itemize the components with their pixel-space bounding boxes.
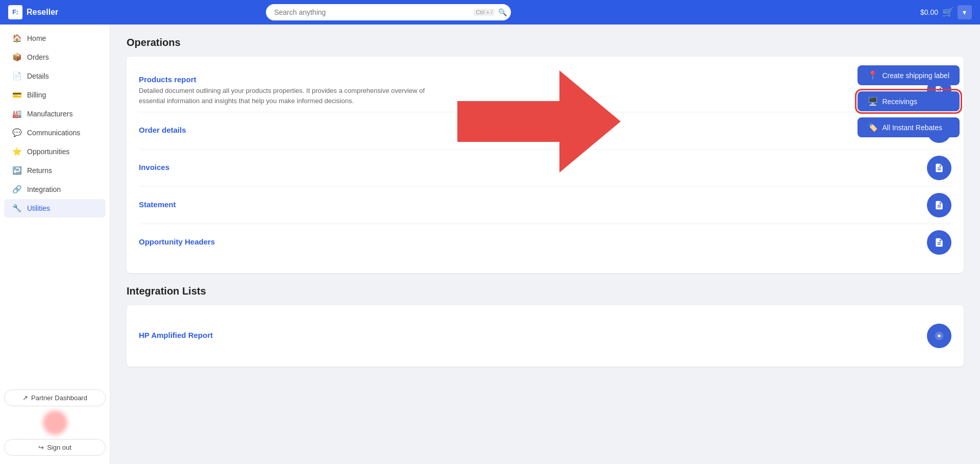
brand-logo: F: Reseller: [8, 5, 58, 19]
signout-icon: ↪: [38, 444, 44, 451]
sidebar-nav: 🏠 Home📦 Orders📄 Details💳 Billing🏭 Manufa…: [0, 29, 110, 218]
card-row-btn-invoices[interactable]: [927, 156, 951, 180]
sidebar-item-utilities[interactable]: 🔧 Utilities: [4, 199, 106, 217]
billing-icon: 💳: [12, 90, 22, 100]
card-row-title-products-report[interactable]: Products report: [139, 75, 919, 84]
card-row-invoices: Invoices: [139, 150, 951, 187]
sidebar-item-opportunities[interactable]: ⭐ Opportunities: [4, 142, 106, 161]
create-shipping-label: Create shipping label: [882, 71, 949, 80]
receivings-label: Receivings: [882, 97, 917, 106]
main-layout: 🏠 Home📦 Orders📄 Details💳 Billing🏭 Manufa…: [0, 25, 980, 464]
all-instant-rebates-button[interactable]: 🏷️ All Instant Rebates: [857, 117, 960, 137]
opportunities-icon: ⭐: [12, 147, 22, 156]
brand-icon: F:: [8, 5, 22, 19]
sidebar-item-label-manufacturers: Manufacturers: [27, 110, 72, 118]
card-row-info-statement: Statement: [139, 200, 919, 211]
sidebar-item-label-communications: Communications: [27, 129, 80, 137]
create-shipping-button[interactable]: 📍 Create shipping label: [857, 65, 960, 85]
right-panel: 📍 Create shipping label🖥️ Receivings🏷️ A…: [857, 65, 960, 137]
cart-icon[interactable]: 🛒: [942, 7, 953, 18]
card-row-info-opportunity-headers: Opportunity Headers: [139, 237, 919, 248]
search-icon[interactable]: 🔍: [498, 8, 507, 16]
sidebar-item-label-utilities: Utilities: [27, 204, 50, 212]
main-content: Operations Products report Detailed docu…: [110, 25, 980, 464]
card-row-opportunity-headers: Opportunity Headers: [139, 224, 951, 261]
sidebar-item-label-returns: Returns: [27, 166, 52, 175]
sidebar-bottom: ↗ Partner Dashboard ↪ Sign out: [0, 385, 110, 460]
card-row-info-hp-amplified: HP Amplified Report: [139, 331, 919, 341]
sidebar: 🏠 Home📦 Orders📄 Details💳 Billing🏭 Manufa…: [0, 25, 110, 464]
topnav-right: $0.00 🛒 ▾: [920, 5, 972, 19]
sidebar-item-billing[interactable]: 💳 Billing: [4, 86, 106, 104]
sidebar-item-label-opportunities: Opportunities: [27, 148, 69, 156]
utilities-icon: 🔧: [12, 204, 22, 213]
sidebar-item-details[interactable]: 📄 Details: [4, 67, 106, 85]
search-bar: Ctrl + / 🔍: [266, 4, 511, 20]
top-navigation: F: Reseller Ctrl + / 🔍 $0.00 🛒 ▾: [0, 0, 980, 25]
card-row-info-products-report: Products report Detailed document outlin…: [139, 75, 919, 106]
external-link-icon: ↗: [22, 394, 28, 402]
sign-out-button[interactable]: ↪ Sign out: [4, 439, 106, 456]
integration-card: HP Amplified Report: [127, 305, 964, 367]
card-row-btn-opportunity-headers[interactable]: [927, 230, 951, 255]
orders-icon: 📦: [12, 53, 22, 62]
card-row-btn-hp-amplified[interactable]: [927, 324, 951, 348]
manufacturers-icon: 🏭: [12, 109, 22, 118]
brand-name: Reseller: [27, 8, 58, 17]
all-instant-rebates-icon: 🏷️: [868, 123, 878, 132]
partner-dashboard-button[interactable]: ↗ Partner Dashboard: [4, 389, 106, 406]
card-row-hp-amplified: HP Amplified Report: [139, 318, 951, 354]
receivings-button[interactable]: 🖥️ Receivings: [857, 91, 960, 111]
operations-card: Products report Detailed document outlin…: [127, 57, 964, 273]
returns-icon: ↩️: [12, 166, 22, 175]
card-row-desc-products-report: Detailed document outlining all your pro…: [139, 86, 445, 106]
card-row-title-statement[interactable]: Statement: [139, 200, 919, 209]
sidebar-item-orders[interactable]: 📦 Orders: [4, 48, 106, 66]
card-row-title-opportunity-headers[interactable]: Opportunity Headers: [139, 237, 919, 246]
card-row-info-invoices: Invoices: [139, 163, 919, 174]
sidebar-item-label-orders: Orders: [27, 53, 49, 61]
sidebar-item-integration[interactable]: 🔗 Integration: [4, 180, 106, 199]
cart-amount: $0.00: [920, 8, 938, 16]
create-shipping-icon: 📍: [868, 70, 878, 80]
sidebar-item-communications[interactable]: 💬 Communications: [4, 124, 106, 142]
sidebar-item-manufacturers[interactable]: 🏭 Manufacturers: [4, 105, 106, 123]
card-row-statement: Statement: [139, 187, 951, 224]
search-shortcut: Ctrl + /: [474, 9, 495, 16]
card-row-title-order-details[interactable]: Order details: [139, 126, 919, 134]
avatar: [43, 410, 67, 435]
receivings-icon: 🖥️: [868, 96, 878, 106]
details-icon: 📄: [12, 71, 22, 81]
expand-button[interactable]: ▾: [958, 5, 972, 19]
card-row-products-report: Products report Detailed document outlin…: [139, 69, 951, 112]
sidebar-item-label-home: Home: [27, 34, 46, 42]
home-icon: 🏠: [12, 34, 22, 43]
communications-icon: 💬: [12, 128, 22, 137]
integration-lists-title: Integration Lists: [127, 285, 964, 297]
operations-title: Operations: [127, 37, 964, 48]
partner-dashboard-label: Partner Dashboard: [31, 394, 87, 402]
card-row-info-order-details: Order details: [139, 126, 919, 136]
card-row-order-details: Order details: [139, 112, 951, 150]
card-row-btn-statement[interactable]: [927, 193, 951, 217]
sign-out-label: Sign out: [47, 444, 71, 451]
sidebar-item-returns[interactable]: ↩️ Returns: [4, 161, 106, 180]
integration-icon: 🔗: [12, 185, 22, 194]
all-instant-rebates-label: All Instant Rebates: [882, 124, 942, 132]
sidebar-item-label-integration: Integration: [27, 185, 61, 193]
card-row-title-invoices[interactable]: Invoices: [139, 163, 919, 172]
card-row-title-hp-amplified[interactable]: HP Amplified Report: [139, 331, 919, 339]
sidebar-item-home[interactable]: 🏠 Home: [4, 29, 106, 47]
sidebar-item-label-details: Details: [27, 72, 49, 80]
sidebar-item-label-billing: Billing: [27, 91, 46, 99]
